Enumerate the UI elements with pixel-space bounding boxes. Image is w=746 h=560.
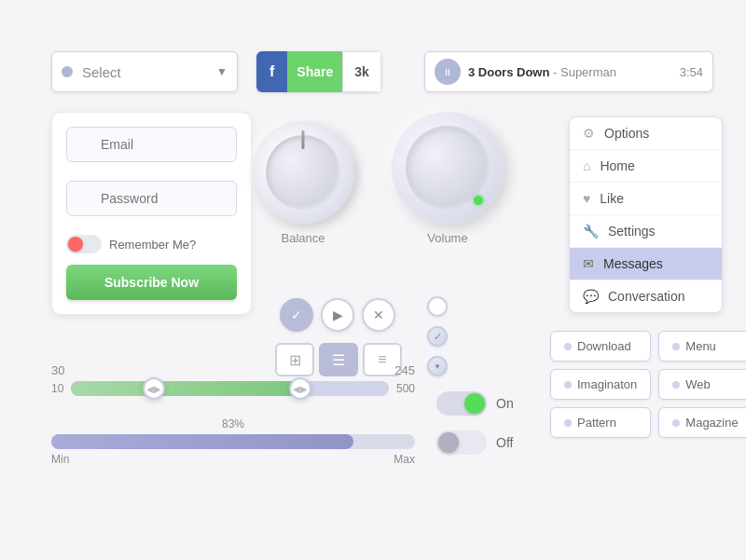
menu-messages-label: Messages xyxy=(603,256,663,271)
menu-item-messages[interactable]: ✉ Messages xyxy=(570,248,722,280)
track-artist: - xyxy=(553,65,560,79)
menu-btn-label: Menu xyxy=(685,339,716,353)
mail-icon: ✉ xyxy=(583,256,594,271)
radio-check-1 xyxy=(427,326,448,347)
track-song: 3 Doors Down xyxy=(468,65,549,79)
menu-item-options[interactable]: ⚙ Options xyxy=(570,117,722,150)
dot-icon xyxy=(672,419,680,427)
balance-knob-container: Balance xyxy=(252,121,354,245)
chevron-down-icon: ▼ xyxy=(216,65,228,78)
toggle-off[interactable] xyxy=(436,430,487,455)
select-dropdown[interactable]: Select ▼ xyxy=(51,51,238,92)
radio-circle-1 xyxy=(427,296,448,317)
transport-controls: ✓ ▶ ✕ xyxy=(280,298,395,332)
thumb-right-inner: ◀▶ xyxy=(291,379,310,398)
toggle-off-label: Off xyxy=(496,435,513,450)
knobs-section: Balance Volume xyxy=(252,112,504,245)
radio-diamond-1 xyxy=(427,356,448,376)
email-field[interactable] xyxy=(66,127,237,162)
progress-track xyxy=(51,434,415,449)
volume-knob-container: Volume xyxy=(392,112,504,245)
menu-like-label: Like xyxy=(600,191,624,206)
thumb-left-inner: ◀▶ xyxy=(145,379,163,398)
close-button[interactable]: ✕ xyxy=(362,298,395,332)
remember-toggle[interactable] xyxy=(66,235,102,253)
pause-button[interactable]: ⏸ xyxy=(435,59,461,85)
download-button[interactable]: Download xyxy=(550,331,651,362)
slider-val1: 30 xyxy=(51,363,64,377)
knob-marker xyxy=(302,130,305,149)
menu-item-home[interactable]: ⌂ Home xyxy=(570,150,722,183)
share-button[interactable]: f Share 3k xyxy=(256,51,381,92)
range-slider-track[interactable]: ◀▶ ◀▶ xyxy=(71,381,389,396)
magazine-button[interactable]: Magazine xyxy=(658,407,746,438)
pause-icon: ⏸ xyxy=(443,67,452,77)
menu-item-settings[interactable]: 🔧 Settings xyxy=(570,215,722,248)
email-wrapper: ✉ xyxy=(66,127,237,171)
heart-icon: ♥ xyxy=(583,191,590,206)
remember-label: Remember Me? xyxy=(109,238,196,252)
gear-icon: ⚙ xyxy=(583,126,595,141)
volume-label: Volume xyxy=(427,231,467,245)
radio-item-2[interactable] xyxy=(427,326,448,347)
facebook-icon: f xyxy=(256,51,287,92)
slider-max-label: 500 xyxy=(396,382,415,395)
radio-column xyxy=(427,296,448,376)
radio-item-3[interactable] xyxy=(427,356,448,376)
chat-icon: 💬 xyxy=(583,289,599,304)
progress-minmax: Min Max xyxy=(51,453,415,466)
toggle-dot xyxy=(68,237,83,252)
volume-knob[interactable] xyxy=(392,112,504,224)
balance-knob[interactable] xyxy=(252,121,354,224)
download-label: Download xyxy=(577,339,631,353)
menu-panel: ⚙ Options ⌂ Home ♥ Like 🔧 Settings ✉ Mes… xyxy=(569,116,723,313)
slider-min-label: 10 xyxy=(51,382,63,395)
track-time: 3:54 xyxy=(680,65,703,79)
web-button[interactable]: Web xyxy=(658,369,746,400)
dot-icon xyxy=(672,381,680,389)
toggle-section: On Off xyxy=(436,391,514,455)
wrench-icon: 🔧 xyxy=(583,224,599,239)
menu-item-like[interactable]: ♥ Like xyxy=(570,183,722,215)
password-field[interactable] xyxy=(66,181,237,216)
slider-val2: 245 xyxy=(394,363,415,377)
toggle-on-label: On xyxy=(496,396,514,411)
home-icon: ⌂ xyxy=(583,158,590,173)
subscribe-button[interactable]: Subscribe Now xyxy=(66,265,237,300)
vol-green-indicator xyxy=(474,196,483,205)
imagination-label: Imaginaton xyxy=(577,377,637,391)
web-label: Web xyxy=(685,377,711,391)
menu-button[interactable]: Menu xyxy=(658,331,746,362)
toggle-off-dot xyxy=(438,432,459,453)
music-player: ⏸ 3 Doors Down - Superman 3:54 xyxy=(424,51,713,92)
select-dot-icon xyxy=(62,66,73,77)
dot-icon xyxy=(564,419,572,427)
form-panel: ✉ 🔍 Remember Me? Subscribe Now xyxy=(51,112,252,315)
share-label: Share xyxy=(287,51,342,92)
slider-thumb-right[interactable]: ◀▶ xyxy=(289,377,311,400)
pattern-button[interactable]: Pattern xyxy=(550,407,651,438)
play-button[interactable]: ▶ xyxy=(321,298,354,332)
toggle-on[interactable] xyxy=(436,391,487,416)
grid-buttons-section: Download Menu Imaginaton Web Pattern Mag… xyxy=(550,331,746,438)
dot-icon xyxy=(564,381,572,389)
track-info: 3 Doors Down - Superman xyxy=(468,65,672,79)
toggle-off-row: Off xyxy=(436,430,514,455)
menu-conversation-label: Conversation xyxy=(608,289,685,304)
slider-thumb-left[interactable]: ◀▶ xyxy=(143,377,165,400)
balance-label: Balance xyxy=(282,231,325,245)
share-count: 3k xyxy=(342,51,381,92)
progress-pct: 83% xyxy=(51,417,415,430)
imagination-button[interactable]: Imaginaton xyxy=(550,369,651,400)
menu-options-label: Options xyxy=(604,126,649,141)
progress-min: Min xyxy=(51,453,69,466)
progress-section: 83% Min Max xyxy=(51,417,415,466)
radio-item-1[interactable] xyxy=(427,296,448,317)
menu-item-conversation[interactable]: 💬 Conversation xyxy=(570,280,722,312)
toggle-on-dot xyxy=(464,393,485,414)
magazine-label: Magazine xyxy=(685,416,738,430)
password-wrapper: 🔍 xyxy=(66,181,237,225)
range-slider-section: 30 245 10 ◀▶ ◀▶ 500 xyxy=(51,363,415,396)
pattern-label: Pattern xyxy=(577,416,616,430)
check-button[interactable]: ✓ xyxy=(280,298,313,332)
